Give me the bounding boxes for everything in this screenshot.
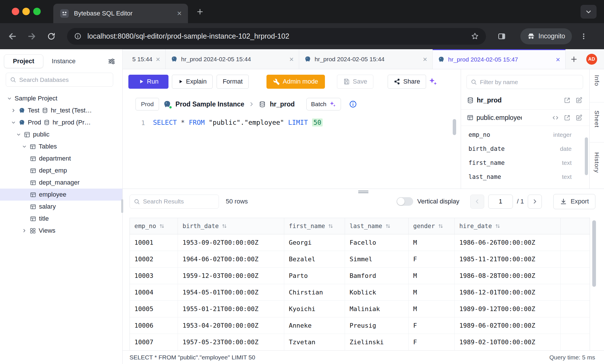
code-icon[interactable] [552, 114, 559, 121]
page-number-input[interactable] [488, 195, 513, 209]
table-cell[interactable]: Georgi [284, 234, 345, 251]
back-button[interactable] [7, 31, 17, 41]
schema-filter[interactable] [466, 75, 583, 89]
table-cell[interactable]: Zielinski [345, 334, 409, 351]
explain-button[interactable]: Explain [172, 75, 213, 89]
close-icon[interactable]: × [156, 56, 160, 63]
edit-icon[interactable] [575, 114, 583, 121]
info-icon[interactable] [349, 100, 357, 108]
tree-item-employee[interactable]: employee [0, 189, 122, 201]
add-query-tab-button[interactable] [566, 49, 582, 69]
table-cell[interactable]: Koblick [345, 284, 409, 301]
query-tab-active[interactable]: hr_prod 2024-02-05 15:47× [433, 49, 566, 69]
table-cell[interactable]: 1989-06-02T00:00:00Z [455, 317, 561, 334]
table-cell[interactable]: Simmel [345, 251, 409, 268]
table-cell[interactable]: Bamford [345, 268, 409, 284]
export-button[interactable]: Export [553, 194, 595, 209]
column-header-first_name[interactable]: first_name [284, 218, 345, 234]
column-item-last_name[interactable]: last_nametext [461, 170, 589, 184]
results-search-input[interactable] [143, 198, 215, 205]
table-cell[interactable]: 1986-12-01T00:00:00Z [455, 284, 561, 301]
schema-scrollbar[interactable] [585, 137, 588, 175]
table-cell[interactable]: F [409, 251, 455, 268]
external-link-icon[interactable] [564, 97, 571, 104]
query-tab[interactable]: hr_prod 2024-02-05 15:44× [166, 49, 299, 69]
table-cell[interactable]: 1959-12-03T00:00:00Z [178, 268, 284, 284]
table-cell[interactable]: M [409, 301, 455, 317]
results-scrollbar[interactable] [592, 220, 596, 287]
tree-item-title[interactable]: title [0, 213, 122, 225]
table-cell[interactable]: F [409, 334, 455, 351]
table-cell[interactable]: M [409, 234, 455, 251]
tree-item-dept-manager[interactable]: dept_manager [0, 177, 122, 189]
browser-menu-icon[interactable] [580, 33, 587, 40]
reload-button[interactable] [47, 32, 56, 41]
table-cell[interactable]: 10003 [130, 268, 178, 284]
tree-item-prod[interactable]: Prodhr_prod (Pr… [0, 116, 122, 128]
schema-table-row[interactable]: public.employee [461, 109, 589, 126]
address-bar[interactable]: localhost:8080/sql-editor/prod-sample-in… [67, 28, 486, 45]
table-cell[interactable]: M [409, 268, 455, 284]
query-tab[interactable]: hr_prod 2024-02-05 15:44× [299, 49, 433, 69]
results-search[interactable] [130, 195, 219, 209]
table-cell[interactable]: Bezalel [284, 251, 345, 268]
table-cell[interactable]: 1957-05-23T00:00:00Z [178, 334, 284, 351]
table-cell[interactable]: Maliniak [345, 301, 409, 317]
column-item-first_name[interactable]: first_nametext [461, 156, 589, 170]
table-cell[interactable]: 1989-09-12T00:00:00Z [455, 301, 561, 317]
table-cell[interactable]: 10001 [130, 234, 178, 251]
column-header-gender[interactable]: gender [409, 218, 455, 234]
previous-page-button[interactable] [470, 195, 484, 209]
tree-item-test[interactable]: Testhr_test (Test… [0, 104, 122, 116]
sidebar-tab-instance[interactable]: Instance [52, 58, 76, 65]
table-cell[interactable]: 1954-05-01T00:00:00Z [178, 284, 284, 301]
close-icon[interactable]: × [289, 56, 294, 63]
table-cell[interactable]: 1964-06-02T00:00:00Z [178, 251, 284, 268]
site-info-icon[interactable] [74, 32, 82, 40]
table-cell[interactable]: 1986-06-26T00:00:00Z [455, 234, 561, 251]
editor-scrollbar[interactable] [453, 119, 456, 135]
table-cell[interactable]: 10002 [130, 251, 178, 268]
table-cell[interactable]: 1953-09-02T00:00:00Z [178, 234, 284, 251]
ai-sparkle-icon[interactable] [428, 77, 438, 86]
table-cell[interactable]: 1985-11-21T00:00:00Z [455, 251, 561, 268]
environment-badge[interactable]: Prod [136, 98, 159, 110]
table-cell[interactable]: Facello [345, 234, 409, 251]
table-cell[interactable]: 1989-02-10T00:00:00Z [455, 334, 561, 351]
user-avatar[interactable]: AD [586, 54, 597, 65]
close-icon[interactable]: × [556, 56, 560, 63]
vertical-display-toggle[interactable] [397, 197, 413, 206]
external-link-icon[interactable] [564, 114, 571, 121]
batch-button[interactable]: Batch [306, 98, 341, 110]
window-close-button[interactable] [12, 8, 19, 15]
instance-name[interactable]: Prod Sample Instance [175, 100, 244, 108]
panel-tab-sheet[interactable]: Sheet [590, 102, 604, 143]
panel-tab-history[interactable]: History [590, 143, 604, 189]
window-minimize-button[interactable] [22, 8, 30, 15]
tree-item-views[interactable]: Views [0, 225, 122, 237]
side-panel-icon[interactable] [497, 32, 506, 41]
column-header-hire_date[interactable]: hire_date [455, 218, 561, 234]
database-name[interactable]: hr_prod [270, 100, 295, 108]
tab-search-chevron-button[interactable] [581, 5, 597, 19]
browser-tab[interactable]: Bytebase SQL Editor × [53, 4, 188, 23]
table-cell[interactable]: F [409, 317, 455, 334]
admin-mode-button[interactable]: Admin mode [266, 75, 325, 89]
column-item-emp_no[interactable]: emp_nointeger [461, 128, 589, 142]
format-button[interactable]: Format [217, 75, 249, 89]
close-icon[interactable]: × [177, 9, 182, 17]
table-cell[interactable]: M [409, 284, 455, 301]
database-search-input[interactable] [19, 76, 109, 83]
table-cell[interactable]: 10005 [130, 301, 178, 317]
table-cell[interactable]: 1953-04-20T00:00:00Z [178, 317, 284, 334]
bookmark-star-icon[interactable] [471, 32, 479, 40]
forward-button[interactable] [27, 31, 37, 41]
close-icon[interactable]: × [423, 56, 427, 63]
tree-item-sample-project[interactable]: Sample Project [0, 92, 122, 104]
tree-item-tables[interactable]: Tables [0, 141, 122, 153]
save-button[interactable]: Save [337, 75, 373, 89]
sidebar-tab-project[interactable]: Project [4, 54, 43, 68]
window-zoom-button[interactable] [33, 8, 41, 15]
schema-filter-input[interactable] [480, 79, 579, 86]
table-cell[interactable]: Tzvetan [284, 334, 345, 351]
